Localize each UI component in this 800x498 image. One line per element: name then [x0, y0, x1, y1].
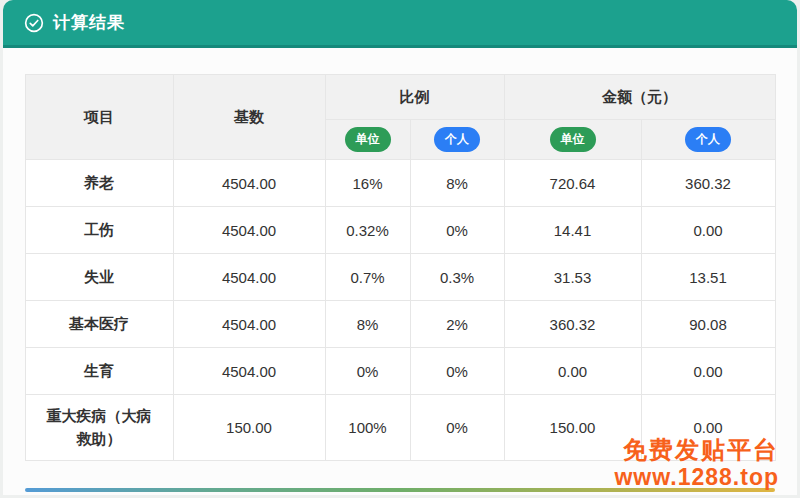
- result-panel-header: 计算结果: [3, 0, 797, 48]
- unit-badge: 单位: [345, 127, 391, 152]
- cell-amount-personal: 0.00: [641, 395, 775, 461]
- cell-ratio-unit: 0.7%: [325, 254, 410, 301]
- cell-amount-personal: 13.51: [641, 254, 775, 301]
- col-header-amount: 金额（元）: [504, 75, 775, 120]
- cell-amount-unit: 0.00: [504, 348, 641, 395]
- ratio-unit-header: 单位: [325, 120, 410, 160]
- cell-item: 基本医疗: [25, 301, 173, 348]
- cell-ratio-personal: 8%: [410, 160, 504, 207]
- col-header-item: 项目: [25, 75, 173, 160]
- cell-ratio-unit: 0%: [325, 348, 410, 395]
- cell-amount-personal: 90.08: [641, 301, 775, 348]
- cell-ratio-personal: 0%: [410, 395, 504, 461]
- cell-amount-unit: 150.00: [504, 395, 641, 461]
- cell-amount-unit: 31.53: [504, 254, 641, 301]
- table-row: 重大疾病（大病救助）150.00100%0%150.000.00: [25, 395, 775, 461]
- cell-ratio-personal: 0%: [410, 348, 504, 395]
- cell-base: 4504.00: [173, 348, 325, 395]
- table-body: 养老4504.0016%8%720.64360.32工伤4504.000.32%…: [25, 160, 775, 461]
- panel-title: 计算结果: [53, 11, 125, 34]
- result-card: 项目 基数 比例 金额（元） 单位 个人 单位 个人: [3, 48, 797, 495]
- cell-amount-unit: 360.32: [504, 301, 641, 348]
- cell-ratio-unit: 100%: [325, 395, 410, 461]
- cell-ratio-personal: 0%: [410, 207, 504, 254]
- cell-ratio-unit: 8%: [325, 301, 410, 348]
- cell-item: 重大疾病（大病救助）: [25, 395, 173, 461]
- cell-ratio-unit: 0.32%: [325, 207, 410, 254]
- unit-badge: 单位: [550, 127, 596, 152]
- cell-item: 工伤: [25, 207, 173, 254]
- table-header: 项目 基数 比例 金额（元） 单位 个人 单位 个人: [25, 75, 775, 160]
- table-row: 养老4504.0016%8%720.64360.32: [25, 160, 775, 207]
- cell-ratio-unit: 16%: [325, 160, 410, 207]
- cell-base: 4504.00: [173, 207, 325, 254]
- bottom-gradient-bar: [25, 488, 775, 492]
- table-row: 基本医疗4504.008%2%360.3290.08: [25, 301, 775, 348]
- personal-badge: 个人: [434, 127, 480, 152]
- table-row: 工伤4504.000.32%0%14.410.00: [25, 207, 775, 254]
- cell-amount-unit: 720.64: [504, 160, 641, 207]
- cell-base: 4504.00: [173, 254, 325, 301]
- cell-ratio-personal: 2%: [410, 301, 504, 348]
- cell-base: 4504.00: [173, 160, 325, 207]
- cell-base: 4504.00: [173, 301, 325, 348]
- cell-item: 生育: [25, 348, 173, 395]
- table-row: 生育4504.000%0%0.000.00: [25, 348, 775, 395]
- personal-badge: 个人: [685, 127, 731, 152]
- cell-ratio-personal: 0.3%: [410, 254, 504, 301]
- watermark-url: www.1288.top: [614, 464, 779, 490]
- check-circle-icon: [24, 13, 44, 33]
- cell-amount-personal: 0.00: [641, 207, 775, 254]
- cell-item: 失业: [25, 254, 173, 301]
- cell-amount-personal: 0.00: [641, 348, 775, 395]
- result-table: 项目 基数 比例 金额（元） 单位 个人 单位 个人: [25, 74, 776, 461]
- page: 计算结果 项目 基数 比例 金额（元） 单位: [0, 0, 800, 498]
- col-header-base: 基数: [173, 75, 325, 160]
- cell-item: 养老: [25, 160, 173, 207]
- table-row: 失业4504.000.7%0.3%31.5313.51: [25, 254, 775, 301]
- cell-amount-unit: 14.41: [504, 207, 641, 254]
- amount-unit-header: 单位: [504, 120, 641, 160]
- ratio-personal-header: 个人: [410, 120, 504, 160]
- amount-personal-header: 个人: [641, 120, 775, 160]
- col-header-ratio: 比例: [325, 75, 504, 120]
- cell-base: 150.00: [173, 395, 325, 461]
- cell-amount-personal: 360.32: [641, 160, 775, 207]
